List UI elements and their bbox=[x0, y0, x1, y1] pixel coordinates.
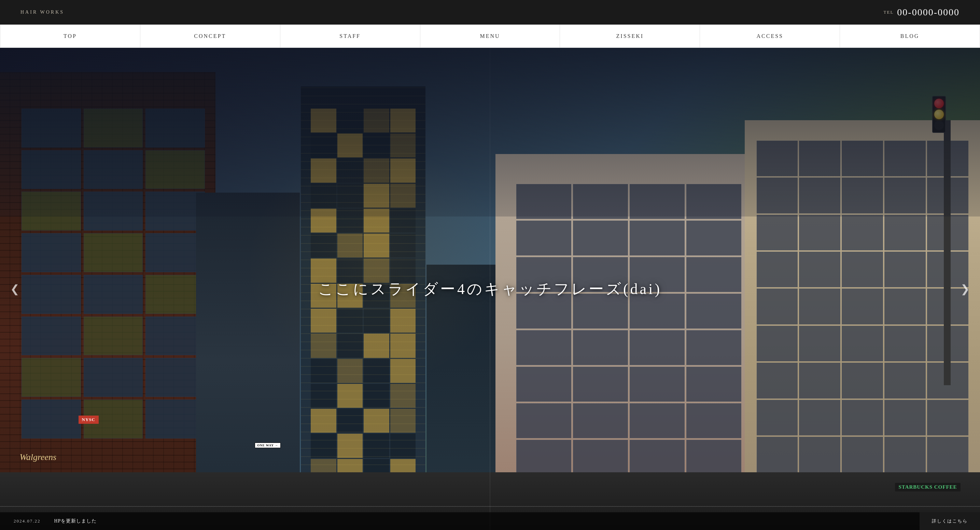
windows-right-2 bbox=[516, 184, 741, 511]
nav-item-menu[interactable]: MENU bbox=[420, 25, 560, 48]
window bbox=[516, 440, 571, 475]
window bbox=[390, 409, 415, 433]
window bbox=[337, 184, 363, 208]
tel-label: TEL bbox=[884, 10, 894, 15]
window bbox=[22, 233, 81, 272]
header-tel-section: TEL 00-0000-0000 bbox=[884, 7, 959, 18]
window bbox=[22, 150, 81, 189]
window bbox=[842, 215, 883, 250]
window bbox=[22, 399, 81, 438]
window bbox=[390, 334, 415, 358]
site-logo: HAIR WORKS bbox=[21, 10, 64, 15]
window bbox=[364, 309, 389, 333]
site-header: HAIR WORKS TEL 00-0000-0000 bbox=[0, 0, 980, 25]
sign-starbucks: STARBUCKS COFFEE bbox=[895, 483, 960, 492]
window bbox=[573, 403, 628, 438]
nav-item-concept[interactable]: CONCEPT bbox=[140, 25, 280, 48]
window bbox=[799, 437, 840, 472]
window bbox=[22, 108, 81, 148]
windows-right-1 bbox=[757, 141, 968, 509]
window bbox=[337, 158, 363, 182]
traffic-light-red bbox=[934, 99, 944, 108]
traffic-light-yellow bbox=[934, 110, 944, 119]
slider-arrow-left[interactable]: ❮ bbox=[3, 275, 26, 302]
window bbox=[337, 208, 363, 232]
window bbox=[84, 275, 143, 314]
window bbox=[311, 134, 336, 158]
window bbox=[757, 178, 798, 213]
window bbox=[757, 363, 798, 398]
windows-tall bbox=[311, 108, 415, 508]
window bbox=[364, 409, 389, 433]
window bbox=[311, 184, 336, 208]
nav-item-access[interactable]: ACCESS bbox=[700, 25, 840, 48]
nav-label-concept: CONCEPT bbox=[194, 33, 226, 39]
news-date: 2024.07.22 bbox=[14, 518, 41, 524]
window bbox=[22, 275, 81, 314]
nav-label-access: ACCESS bbox=[756, 33, 783, 39]
window bbox=[22, 192, 81, 231]
window bbox=[630, 440, 685, 475]
window bbox=[686, 184, 741, 219]
traffic-light-box bbox=[932, 96, 946, 133]
window bbox=[630, 221, 685, 255]
nav-label-staff: STAFF bbox=[339, 33, 361, 39]
window bbox=[799, 178, 840, 213]
window bbox=[757, 400, 798, 435]
window bbox=[390, 108, 415, 132]
tel-number: 00-0000-0000 bbox=[897, 7, 959, 18]
nav-item-blog[interactable]: BLOG bbox=[840, 25, 980, 48]
window bbox=[573, 440, 628, 475]
slider-arrow-right[interactable]: ❯ bbox=[954, 275, 977, 302]
window bbox=[885, 437, 926, 472]
window bbox=[757, 326, 798, 361]
sign-nysc: NYSC bbox=[78, 415, 99, 424]
window bbox=[84, 192, 143, 231]
news-more-button[interactable]: 詳しくはこちら bbox=[920, 512, 980, 530]
window bbox=[337, 309, 363, 333]
window bbox=[390, 208, 415, 232]
window bbox=[311, 309, 336, 333]
window bbox=[22, 358, 81, 397]
window bbox=[757, 141, 798, 176]
building-center-2 bbox=[301, 86, 425, 530]
window bbox=[84, 233, 143, 272]
window bbox=[364, 108, 389, 132]
window bbox=[630, 330, 685, 365]
window bbox=[390, 359, 415, 383]
nav-item-staff[interactable]: STAFF bbox=[280, 25, 420, 48]
window bbox=[364, 434, 389, 458]
window bbox=[799, 141, 840, 176]
window bbox=[390, 384, 415, 408]
window bbox=[757, 288, 798, 324]
window bbox=[364, 184, 389, 208]
window bbox=[516, 221, 571, 255]
window bbox=[390, 434, 415, 458]
window bbox=[311, 234, 336, 258]
window bbox=[311, 108, 336, 132]
window bbox=[516, 403, 571, 438]
window bbox=[799, 288, 840, 324]
window bbox=[686, 440, 741, 475]
nav-item-top[interactable]: TOP bbox=[0, 25, 140, 48]
window bbox=[630, 184, 685, 219]
window bbox=[885, 288, 926, 324]
window bbox=[842, 178, 883, 213]
traffic-light-green bbox=[934, 121, 944, 130]
window bbox=[799, 363, 840, 398]
window bbox=[364, 234, 389, 258]
window bbox=[84, 108, 143, 148]
window bbox=[364, 134, 389, 158]
window bbox=[337, 234, 363, 258]
window bbox=[311, 384, 336, 408]
window bbox=[842, 326, 883, 361]
window bbox=[757, 251, 798, 287]
nav-item-zisseki[interactable]: ZISSEKI bbox=[560, 25, 700, 48]
window bbox=[337, 434, 363, 458]
window bbox=[22, 317, 81, 355]
window bbox=[799, 400, 840, 435]
window bbox=[799, 215, 840, 250]
window bbox=[630, 367, 685, 402]
window bbox=[686, 330, 741, 365]
window bbox=[337, 384, 363, 408]
